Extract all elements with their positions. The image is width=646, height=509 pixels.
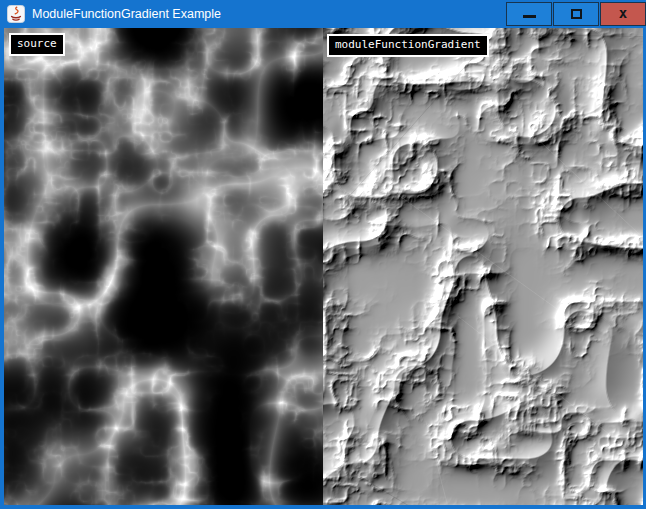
gradient-image — [323, 28, 643, 505]
source-panel: source — [4, 28, 323, 505]
window-title: ModuleFunctionGradient Example — [32, 7, 505, 21]
maximize-icon — [571, 9, 582, 19]
minimize-button[interactable] — [506, 2, 552, 26]
image-area: source moduleFunctionGradient — [0, 28, 646, 509]
close-button[interactable]: x — [600, 2, 646, 26]
source-image — [4, 28, 323, 505]
gradient-label: moduleFunctionGradient — [327, 34, 489, 57]
gradient-panel: moduleFunctionGradient — [323, 28, 643, 505]
minimize-icon — [523, 15, 536, 18]
maximize-button[interactable] — [553, 2, 599, 26]
java-cup-icon — [7, 5, 25, 23]
app-window: ModuleFunctionGradient Example x source … — [0, 0, 646, 509]
window-controls: x — [505, 2, 646, 26]
close-icon: x — [619, 6, 627, 20]
titlebar[interactable]: ModuleFunctionGradient Example x — [0, 0, 646, 28]
source-label: source — [9, 33, 65, 56]
